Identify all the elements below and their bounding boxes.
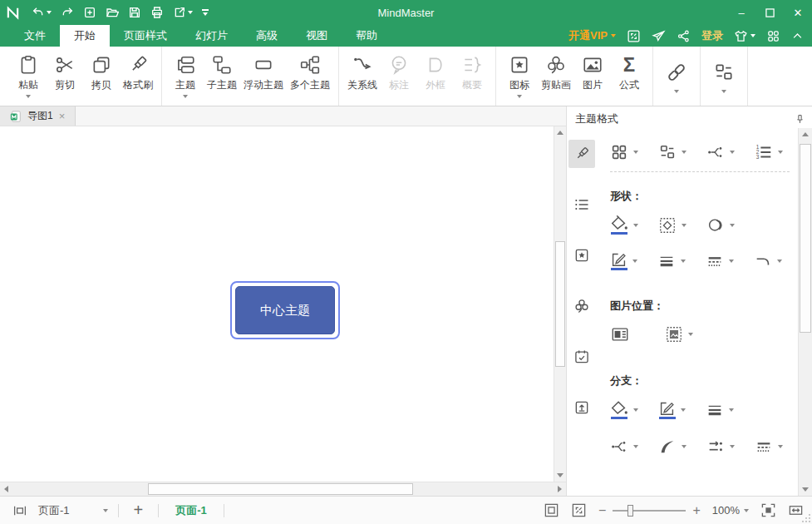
clipart-button[interactable]: 剪贴画 [539,52,573,92]
add-page-button[interactable]: + [129,501,149,520]
zoom-slider-thumb[interactable] [627,505,633,517]
corner-style-dropdown[interactable] [754,252,782,270]
paste-button[interactable]: 粘贴 [12,52,45,98]
menu-tab-slides[interactable]: 幻灯片 [181,25,242,47]
menu-tab-file[interactable]: 文件 [10,25,60,47]
apps-grid-icon[interactable] [766,29,780,43]
new-document-button[interactable] [81,4,98,21]
zoom-out-button[interactable]: − [598,503,606,518]
branch-arrow-dropdown[interactable] [706,437,735,456]
minimize-button[interactable]: – [727,0,755,25]
save-button[interactable] [126,4,143,21]
menu-tab-home[interactable]: 开始 [60,25,110,47]
panel-scroll-down-icon[interactable] [800,483,812,496]
scroll-left-icon[interactable] [0,483,12,496]
floating-topic-button[interactable]: 浮动主题 [242,52,285,92]
theme-shirt-icon[interactable] [734,29,755,43]
redo-button[interactable] [59,4,76,21]
share-icon[interactable] [677,29,691,43]
image-text-layout-button[interactable] [610,325,630,344]
outline-list-tab[interactable] [568,190,595,219]
panel-scroll-up-icon[interactable] [800,128,812,141]
cut-button[interactable]: 剪切 [48,52,81,92]
page-selector-dropdown[interactable]: 页面-1 [38,503,108,518]
menu-tab-view[interactable]: 视图 [292,25,342,47]
shape-fill-color-dropdown[interactable] [610,215,638,235]
scroll-up-icon[interactable] [554,126,567,139]
send-feedback-icon[interactable] [652,29,666,43]
menu-tab-page-style[interactable]: 页面样式 [110,25,181,47]
fullscreen-icon[interactable] [627,29,641,43]
numbering-dropdown[interactable]: 123 [755,143,783,161]
fit-page-icon[interactable] [544,502,559,518]
branch-fill-color-dropdown[interactable] [610,400,638,419]
pin-icon[interactable] [795,114,805,125]
format-brush-tab[interactable] [568,140,595,168]
icon-button[interactable]: 图标 [503,52,536,98]
format-painter-button[interactable]: 格式刷 [121,52,155,92]
zoom-slider-track[interactable] [613,510,686,512]
undo-button[interactable] [30,4,53,21]
branch-connector-dropdown[interactable] [610,437,638,456]
task-calendar-tab[interactable] [568,343,595,371]
menu-tab-advanced[interactable]: 高级 [242,25,292,47]
shape-line-weight-dropdown[interactable] [657,252,686,270]
export-tab[interactable] [568,393,595,422]
document-tab[interactable]: 导图1 × [0,106,76,126]
document-tab-close-icon[interactable]: × [59,110,66,122]
resize-grip[interactable] [802,514,810,522]
copy-button[interactable]: 拷贝 [85,52,118,92]
horizontal-scroll-thumb[interactable] [148,483,413,495]
image-placement-dropdown[interactable] [665,325,693,344]
menu-tab-help[interactable]: 帮助 [342,25,391,47]
icon-library-tab[interactable] [568,241,595,269]
close-button[interactable]: ✕ [784,0,812,25]
page-panel-toggle-icon[interactable] [12,503,28,518]
branch-curve-style-dropdown[interactable] [658,437,687,456]
vip-button[interactable]: 开通VIP [568,28,616,43]
shadow-dropdown[interactable] [706,216,735,235]
export-dropdown-caret[interactable] [188,11,193,14]
document-area: 导图1 × 中心主题 [0,106,566,496]
outline-structure-button[interactable] [707,60,741,93]
topic-button[interactable]: 主题 [169,52,202,98]
login-button[interactable]: 登录 [701,28,723,43]
collapse-ribbon-icon[interactable] [791,30,804,42]
export-button[interactable] [171,4,194,21]
canvas-vertical-scrollbar[interactable] [554,126,566,482]
connector-style-dropdown[interactable] [706,143,735,161]
print-button[interactable] [149,4,165,21]
panel-scrollbar[interactable] [798,128,812,496]
canvas-horizontal-scrollbar[interactable] [0,482,566,496]
formula-button[interactable]: Σ 公式 [613,52,646,92]
branch-line-weight-dropdown[interactable] [706,401,734,419]
theme-style-dropdown[interactable] [610,143,638,161]
panel-scroll-thumb[interactable] [800,144,811,333]
mindmap-canvas[interactable]: 中心主题 [0,126,554,482]
shape-style-dropdown[interactable] [658,216,687,235]
fullscreen-view-icon[interactable] [571,502,587,518]
central-topic[interactable]: 中心主题 [235,286,335,334]
hyperlink-button[interactable] [660,60,693,93]
subtopic-button[interactable]: 子主题 [205,52,239,92]
toolbar-customize-button[interactable] [200,7,210,17]
zoom-level-dropdown[interactable]: 100% [712,504,749,517]
relationship-button[interactable]: 关系线 [346,52,379,92]
undo-dropdown-caret[interactable] [47,11,52,14]
scroll-down-icon[interactable] [554,469,567,482]
shape-line-style-dropdown[interactable] [706,252,734,270]
open-file-button[interactable] [104,4,121,21]
multiple-topics-button[interactable]: 多个主题 [288,52,332,92]
scroll-right-icon[interactable] [554,483,566,496]
branch-line-color-dropdown[interactable] [658,400,686,419]
layout-dropdown[interactable] [658,143,687,161]
vertical-scroll-thumb[interactable] [555,241,565,367]
maximize-button[interactable] [755,0,784,25]
branch-dash-style-dropdown[interactable] [755,437,783,456]
clipart-tab[interactable] [568,292,595,320]
fit-to-screen-icon[interactable] [760,502,776,518]
page-tab[interactable]: 页面-1 [169,503,214,518]
shape-line-color-dropdown[interactable] [610,251,637,270]
picture-button[interactable]: 图片 [576,52,609,92]
zoom-in-button[interactable]: + [692,503,700,518]
